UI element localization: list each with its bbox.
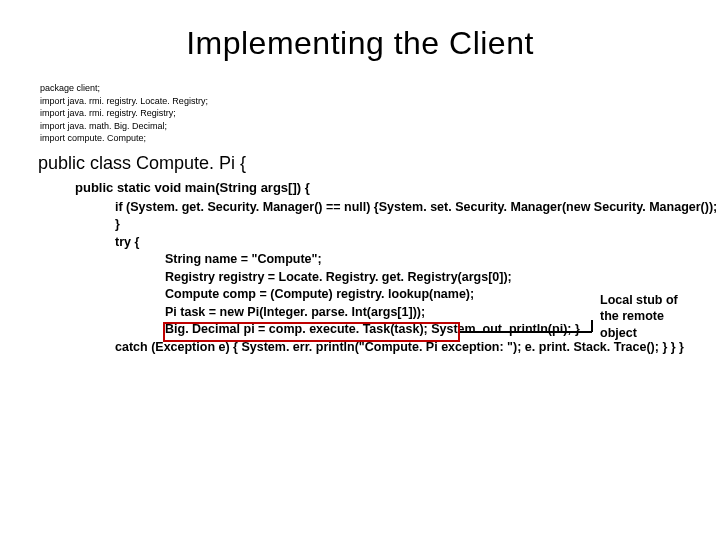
callout-annotation: Local stub of the remote object [600,292,690,341]
import-line: import java. rmi. registry. Locate. Regi… [40,95,720,108]
annotation-line: Local stub of [600,292,690,308]
import-line: import java. rmi. registry. Registry; [40,107,720,120]
import-line: package client; [40,82,720,95]
imports-block: package client; import java. rmi. regist… [0,82,720,153]
code-line: try { [115,234,720,252]
code-line: Registry registry = Locate. Registry. ge… [165,269,720,287]
import-line: import compute. Compute; [40,132,720,145]
class-declaration: public class Compute. Pi { [0,153,720,180]
code-line: if (System. get. Security. Manager() == … [115,199,720,234]
annotation-line: the remote [600,308,690,324]
catch-line: catch (Exception e) { System. err. print… [0,339,720,357]
slide-title: Implementing the Client [0,0,720,82]
code-line: String name = "Compute"; [165,251,720,269]
method-declaration: public static void main(String args[]) { [0,180,720,199]
import-line: import java. math. Big. Decimal; [40,120,720,133]
annotation-line: object [600,325,690,341]
